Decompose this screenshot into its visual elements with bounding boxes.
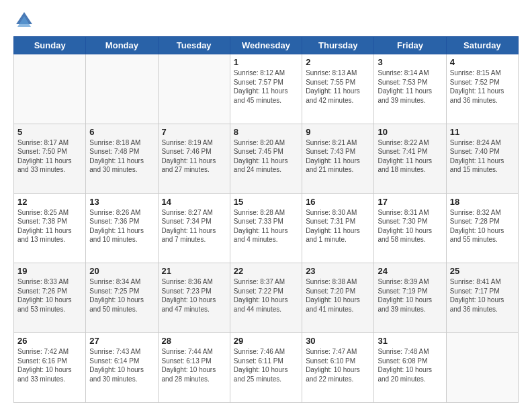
day-number: 24 [378,266,442,276]
calendar-cell: 31Sunrise: 7:48 AM Sunset: 6:08 PM Dayli… [374,333,446,403]
calendar-cell: 17Sunrise: 8:31 AM Sunset: 7:30 PM Dayli… [374,193,446,263]
day-number: 29 [234,336,298,346]
day-number: 16 [306,197,370,207]
calendar-cell: 8Sunrise: 8:20 AM Sunset: 7:45 PM Daylig… [230,124,302,193]
calendar-cell: 27Sunrise: 7:43 AM Sunset: 6:14 PM Dayli… [86,333,158,403]
day-number: 22 [234,266,298,276]
day-info: Sunrise: 8:27 AM Sunset: 7:34 PM Dayligh… [162,208,226,244]
calendar-cell: 29Sunrise: 7:46 AM Sunset: 6:11 PM Dayli… [230,333,302,403]
calendar-cell: 28Sunrise: 7:44 AM Sunset: 6:13 PM Dayli… [158,333,230,403]
week-row-2: 5Sunrise: 8:17 AM Sunset: 7:50 PM Daylig… [14,124,519,193]
week-row-1: 1Sunrise: 8:12 AM Sunset: 7:57 PM Daylig… [14,54,519,124]
calendar-cell: 25Sunrise: 8:41 AM Sunset: 7:17 PM Dayli… [446,263,518,333]
calendar-cell: 30Sunrise: 7:47 AM Sunset: 6:10 PM Dayli… [302,333,374,403]
calendar-cell: 20Sunrise: 8:34 AM Sunset: 7:25 PM Dayli… [86,263,158,333]
week-row-5: 26Sunrise: 7:42 AM Sunset: 6:16 PM Dayli… [14,333,519,403]
day-info: Sunrise: 8:41 AM Sunset: 7:17 PM Dayligh… [450,277,515,314]
day-number: 5 [17,127,82,137]
day-info: Sunrise: 8:17 AM Sunset: 7:50 PM Dayligh… [17,138,82,175]
day-info: Sunrise: 8:30 AM Sunset: 7:31 PM Dayligh… [306,208,370,244]
day-info: Sunrise: 8:26 AM Sunset: 7:36 PM Dayligh… [89,208,154,244]
calendar-cell: 11Sunrise: 8:24 AM Sunset: 7:40 PM Dayli… [446,124,518,193]
day-info: Sunrise: 8:38 AM Sunset: 7:20 PM Dayligh… [306,277,370,314]
calendar-cell: 23Sunrise: 8:38 AM Sunset: 7:20 PM Dayli… [302,263,374,333]
calendar-cell: 14Sunrise: 8:27 AM Sunset: 7:34 PM Dayli… [158,193,230,263]
day-info: Sunrise: 8:33 AM Sunset: 7:26 PM Dayligh… [17,277,82,314]
day-info: Sunrise: 8:18 AM Sunset: 7:48 PM Dayligh… [89,138,154,175]
calendar-cell: 9Sunrise: 8:21 AM Sunset: 7:43 PM Daylig… [302,124,374,193]
weekday-header-monday: Monday [86,37,158,54]
calendar-cell: 4Sunrise: 8:15 AM Sunset: 7:52 PM Daylig… [446,54,518,124]
day-number: 17 [378,197,442,207]
calendar-cell: 18Sunrise: 8:32 AM Sunset: 7:28 PM Dayli… [446,193,518,263]
weekday-header-friday: Friday [374,37,446,54]
day-info: Sunrise: 7:42 AM Sunset: 6:16 PM Dayligh… [17,347,82,383]
day-number: 15 [234,197,298,207]
day-info: Sunrise: 8:25 AM Sunset: 7:38 PM Dayligh… [17,208,82,244]
calendar-cell: 2Sunrise: 8:13 AM Sunset: 7:55 PM Daylig… [302,54,374,124]
day-number: 2 [306,57,370,67]
day-info: Sunrise: 7:47 AM Sunset: 6:10 PM Dayligh… [306,347,370,383]
day-info: Sunrise: 8:20 AM Sunset: 7:45 PM Dayligh… [234,138,298,175]
weekday-header-wednesday: Wednesday [230,37,302,54]
header [13,11,519,30]
calendar-page: SundayMondayTuesdayWednesdayThursdayFrid… [0,0,532,411]
day-info: Sunrise: 8:36 AM Sunset: 7:23 PM Dayligh… [162,277,226,314]
day-number: 12 [17,197,82,207]
day-number: 6 [89,127,154,137]
day-info: Sunrise: 8:15 AM Sunset: 7:52 PM Dayligh… [450,68,515,105]
day-info: Sunrise: 8:31 AM Sunset: 7:30 PM Dayligh… [378,208,442,244]
day-number: 13 [89,197,154,207]
calendar-cell: 24Sunrise: 8:39 AM Sunset: 7:19 PM Dayli… [374,263,446,333]
weekday-header-row: SundayMondayTuesdayWednesdayThursdayFrid… [14,37,519,54]
day-info: Sunrise: 8:39 AM Sunset: 7:19 PM Dayligh… [378,277,442,314]
day-number: 21 [162,266,226,276]
day-info: Sunrise: 8:32 AM Sunset: 7:28 PM Dayligh… [450,208,515,244]
day-number: 18 [450,197,515,207]
day-number: 23 [306,266,370,276]
day-info: Sunrise: 7:48 AM Sunset: 6:08 PM Dayligh… [378,347,442,383]
day-number: 20 [89,266,154,276]
day-number: 9 [306,127,370,137]
calendar-cell: 15Sunrise: 8:28 AM Sunset: 7:33 PM Dayli… [230,193,302,263]
weekday-header-saturday: Saturday [446,37,518,54]
day-number: 14 [162,197,226,207]
day-info: Sunrise: 8:12 AM Sunset: 7:57 PM Dayligh… [234,68,298,105]
calendar-cell: 5Sunrise: 8:17 AM Sunset: 7:50 PM Daylig… [14,124,86,193]
day-number: 19 [17,266,82,276]
calendar-cell: 19Sunrise: 8:33 AM Sunset: 7:26 PM Dayli… [14,263,86,333]
day-info: Sunrise: 8:14 AM Sunset: 7:53 PM Dayligh… [378,68,442,105]
day-number: 27 [89,336,154,346]
day-number: 1 [234,57,298,67]
calendar-cell: 13Sunrise: 8:26 AM Sunset: 7:36 PM Dayli… [86,193,158,263]
calendar-cell: 21Sunrise: 8:36 AM Sunset: 7:23 PM Dayli… [158,263,230,333]
day-info: Sunrise: 8:21 AM Sunset: 7:43 PM Dayligh… [306,138,370,175]
day-number: 28 [162,336,226,346]
calendar-cell: 7Sunrise: 8:19 AM Sunset: 7:46 PM Daylig… [158,124,230,193]
day-number: 4 [450,57,515,67]
day-info: Sunrise: 8:28 AM Sunset: 7:33 PM Dayligh… [234,208,298,244]
calendar-cell: 12Sunrise: 8:25 AM Sunset: 7:38 PM Dayli… [14,193,86,263]
day-info: Sunrise: 7:44 AM Sunset: 6:13 PM Dayligh… [162,347,226,383]
calendar-cell: 26Sunrise: 7:42 AM Sunset: 6:16 PM Dayli… [14,333,86,403]
day-number: 10 [378,127,442,137]
day-info: Sunrise: 7:43 AM Sunset: 6:14 PM Dayligh… [89,347,154,383]
weekday-header-sunday: Sunday [14,37,86,54]
calendar-cell: 22Sunrise: 8:37 AM Sunset: 7:22 PM Dayli… [230,263,302,333]
calendar-cell: 16Sunrise: 8:30 AM Sunset: 7:31 PM Dayli… [302,193,374,263]
calendar-cell: 3Sunrise: 8:14 AM Sunset: 7:53 PM Daylig… [374,54,446,124]
day-info: Sunrise: 8:37 AM Sunset: 7:22 PM Dayligh… [234,277,298,314]
calendar-cell [158,54,230,124]
day-number: 11 [450,127,515,137]
week-row-3: 12Sunrise: 8:25 AM Sunset: 7:38 PM Dayli… [14,193,519,263]
calendar-table: SundayMondayTuesdayWednesdayThursdayFrid… [13,36,519,403]
week-row-4: 19Sunrise: 8:33 AM Sunset: 7:26 PM Dayli… [14,263,519,333]
day-number: 30 [306,336,370,346]
day-info: Sunrise: 8:19 AM Sunset: 7:46 PM Dayligh… [162,138,226,175]
logo [13,11,34,30]
day-info: Sunrise: 8:22 AM Sunset: 7:41 PM Dayligh… [378,138,442,175]
day-number: 7 [162,127,226,137]
weekday-header-tuesday: Tuesday [158,37,230,54]
day-number: 31 [378,336,442,346]
calendar-cell [446,333,518,403]
